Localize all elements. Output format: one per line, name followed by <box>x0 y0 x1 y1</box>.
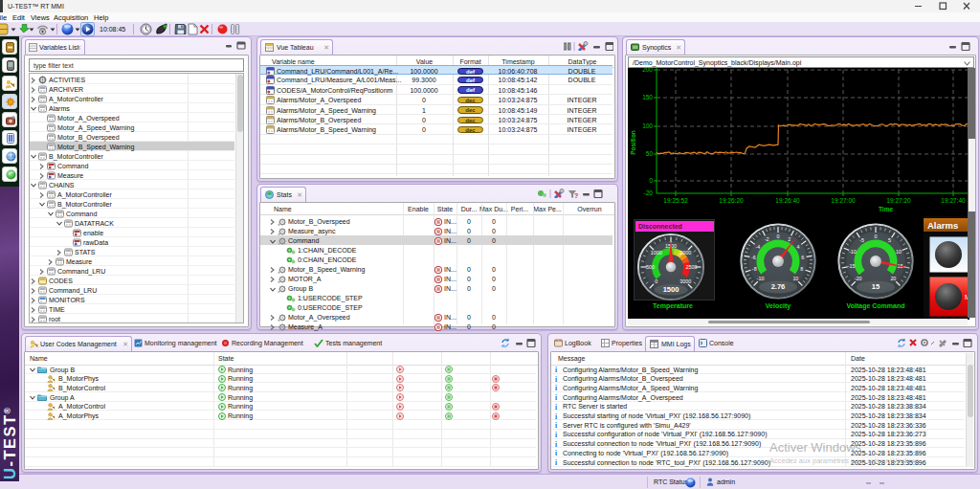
svg-text:2500: 2500 <box>686 264 698 270</box>
svg-text:-20: -20 <box>855 276 862 281</box>
svg-text:-6: -6 <box>751 255 756 260</box>
svg-text:Voltage Command: Voltage Command <box>847 302 905 310</box>
svg-text:0: 0 <box>655 278 657 284</box>
svg-text:50: 50 <box>646 150 654 157</box>
svg-text:-4: -4 <box>756 244 761 250</box>
svg-text:0: 0 <box>777 233 780 239</box>
svg-text:4: 4 <box>797 244 800 250</box>
svg-text:150: 150 <box>642 94 653 100</box>
svg-text:19:26:40: 19:26:40 <box>775 197 800 204</box>
svg-text:-20: -20 <box>644 189 654 196</box>
svg-text:500: 500 <box>646 264 655 270</box>
svg-text:Temperature: Temperature <box>653 302 693 310</box>
svg-text:6: 6 <box>801 255 804 260</box>
svg-text:-10: -10 <box>757 276 765 281</box>
svg-text:?: ? <box>574 192 578 198</box>
svg-text:10: 10 <box>896 249 902 255</box>
svg-text:2000: 2000 <box>679 250 691 256</box>
svg-text:Velocity: Velocity <box>766 302 791 310</box>
svg-text:Position: Position <box>630 130 636 155</box>
svg-text:-8: -8 <box>752 266 757 272</box>
svg-text:200: 200 <box>642 68 653 73</box>
svg-text:-5: -5 <box>859 237 864 243</box>
svg-text:19:25:52: 19:25:52 <box>663 197 688 204</box>
svg-text:-2: -2 <box>765 236 769 242</box>
svg-text:15: 15 <box>872 282 880 291</box>
svg-text:10: 10 <box>792 276 798 281</box>
svg-text:19:27:20: 19:27:20 <box>886 197 911 204</box>
svg-text:-10: -10 <box>849 249 857 255</box>
svg-text:-15: -15 <box>848 263 856 269</box>
svg-text:3000: 3000 <box>679 278 691 284</box>
svg-text:8: 8 <box>800 266 803 272</box>
svg-text:5: 5 <box>888 237 891 243</box>
svg-text:100: 100 <box>642 122 653 129</box>
svg-text:2: 2 <box>788 236 791 242</box>
svg-text:19:27:40: 19:27:40 <box>941 197 966 204</box>
svg-text:19:26:20: 19:26:20 <box>719 197 744 204</box>
svg-text:Alarms: Alarms <box>927 220 958 231</box>
svg-text:20: 20 <box>890 276 896 281</box>
svg-text:19:27:00: 19:27:00 <box>831 197 856 204</box>
svg-text:0: 0 <box>649 177 653 184</box>
svg-text:0: 0 <box>875 233 878 239</box>
svg-text:1500: 1500 <box>663 285 679 294</box>
svg-text:2.76: 2.76 <box>771 282 786 291</box>
svg-text:1000: 1000 <box>651 250 662 256</box>
